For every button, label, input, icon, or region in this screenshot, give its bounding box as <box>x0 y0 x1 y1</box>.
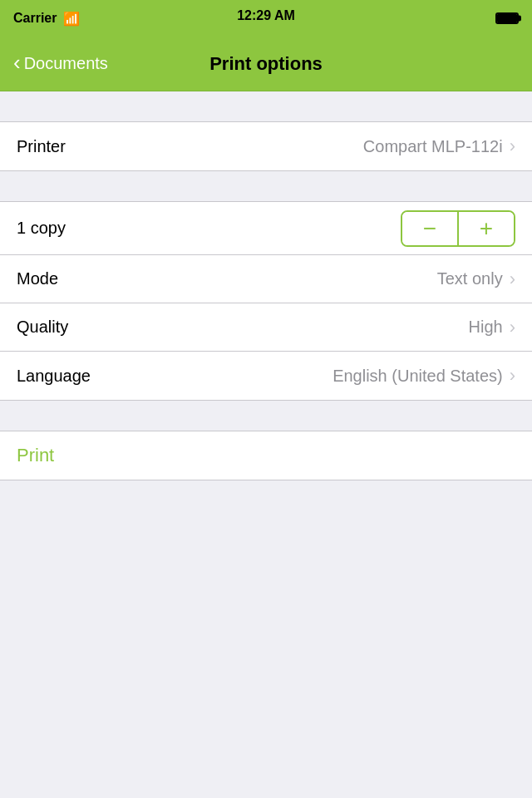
page-title: Print options <box>209 53 323 75</box>
wifi-icon: 📶 <box>63 11 80 27</box>
decrement-button[interactable]: − <box>402 212 457 245</box>
printer-section: Printer Compart MLP-112i › <box>0 121 532 171</box>
quality-value: High <box>469 318 503 337</box>
mode-row[interactable]: Mode Text only › <box>0 255 532 303</box>
language-row[interactable]: Language English (United States) › <box>0 352 532 400</box>
back-label: Documents <box>24 54 108 73</box>
back-button[interactable]: ‹ Documents <box>13 52 108 76</box>
back-chevron-icon: ‹ <box>13 50 21 76</box>
mode-value: Text only <box>437 269 503 288</box>
status-time: 12:29 AM <box>237 8 295 23</box>
language-chevron-icon: › <box>510 365 515 387</box>
copies-stepper: − + <box>401 210 515 247</box>
nav-bar: ‹ Documents Print options <box>0 37 532 91</box>
status-right <box>495 12 519 24</box>
language-value-wrap: English (United States) › <box>332 365 515 387</box>
quality-chevron-icon: › <box>510 317 515 338</box>
quality-row[interactable]: Quality High › <box>0 303 532 352</box>
printer-value: Compart MLP-112i <box>363 137 503 156</box>
printer-label: Printer <box>17 137 66 156</box>
printer-chevron-icon: › <box>510 135 515 157</box>
language-label: Language <box>17 367 91 386</box>
mode-chevron-icon: › <box>510 268 515 290</box>
printer-row[interactable]: Printer Compart MLP-112i › <box>0 122 532 170</box>
section-gap-3 <box>0 401 532 431</box>
mode-value-wrap: Text only › <box>437 268 515 290</box>
print-section: Print <box>0 431 532 480</box>
print-button-label: Print <box>17 445 54 466</box>
section-gap-1 <box>0 91 532 121</box>
section-gap-2 <box>0 171 532 201</box>
battery-icon <box>495 12 519 24</box>
status-left: Carrier 📶 <box>13 11 80 27</box>
copies-row: 1 copy − + <box>0 202 532 255</box>
language-value: English (United States) <box>332 367 503 386</box>
status-bar: Carrier 📶 12:29 AM <box>0 0 532 37</box>
options-section: 1 copy − + Mode Text only › Quality High… <box>0 201 532 401</box>
print-row[interactable]: Print <box>0 431 532 480</box>
quality-value-wrap: High › <box>469 317 515 338</box>
copies-label: 1 copy <box>17 219 66 238</box>
mode-label: Mode <box>17 269 58 288</box>
increment-button[interactable]: + <box>459 212 514 245</box>
carrier-label: Carrier <box>13 11 57 26</box>
printer-value-wrap: Compart MLP-112i › <box>363 135 515 157</box>
quality-label: Quality <box>17 318 68 337</box>
